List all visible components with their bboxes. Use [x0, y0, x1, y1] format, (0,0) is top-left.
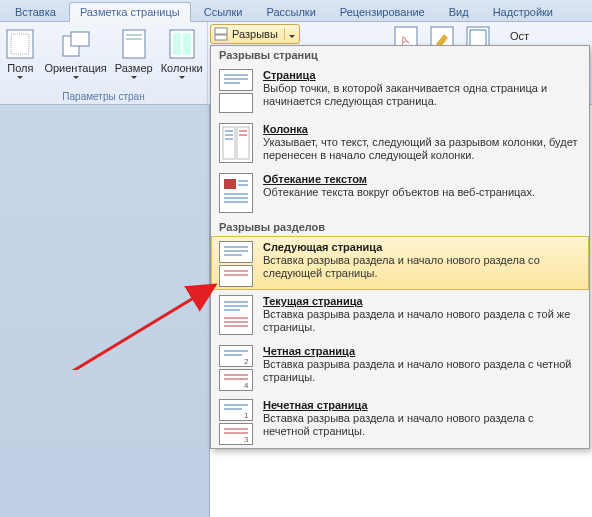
tab-addins[interactable]: Надстройки: [482, 2, 564, 21]
break-page-icon: [219, 69, 253, 113]
margins-label: Поля: [7, 62, 33, 74]
svg-rect-20: [223, 127, 235, 159]
break-oddpage-item[interactable]: 1 3 Нечетная страница Вставка разрыва ра…: [211, 394, 589, 448]
tab-view[interactable]: Вид: [438, 2, 480, 21]
chevron-down-icon: [289, 35, 295, 38]
break-column-desc: Указывает, что текст, следующий за разры…: [263, 136, 581, 162]
break-nextpage-desc: Вставка разрыва раздела и начало нового …: [263, 254, 581, 280]
svg-rect-3: [71, 32, 89, 46]
svg-rect-15: [215, 28, 227, 34]
page-setup-group: Поля Ориентация Размер: [0, 22, 208, 104]
size-label: Размер: [115, 62, 153, 74]
break-column-title: Колонка: [263, 123, 581, 135]
tab-mailings[interactable]: Рассылки: [255, 2, 326, 21]
svg-text:3: 3: [244, 435, 249, 444]
break-textwrap-item[interactable]: Обтекание текстом Обтекание текста вокру…: [211, 168, 589, 218]
break-page-title: Страница: [263, 69, 581, 81]
break-continuous-title: Текущая страница: [263, 295, 581, 307]
size-icon: [118, 28, 150, 60]
section-page-breaks: Разрывы страниц: [211, 46, 589, 64]
break-nextpage-icon: [219, 241, 253, 285]
svg-text:1: 1: [244, 411, 249, 420]
orientation-icon: [60, 28, 92, 60]
indent-label: Ост: [510, 30, 529, 42]
chevron-down-icon: [17, 76, 23, 79]
tab-page-layout[interactable]: Разметка страницы: [69, 2, 191, 22]
svg-text:4: 4: [244, 381, 249, 390]
break-evenpage-item[interactable]: 2 4 Четная страница Вставка разрыва разд…: [211, 340, 589, 394]
break-evenpage-icon: 2 4: [219, 345, 253, 389]
ribbon-tabs: Вставка Разметка страницы Ссылки Рассылк…: [0, 0, 592, 22]
margins-button[interactable]: Поля: [0, 24, 40, 91]
columns-icon: [166, 28, 198, 60]
size-button[interactable]: Размер: [111, 24, 157, 91]
svg-rect-8: [173, 33, 181, 55]
break-oddpage-icon: 1 3: [219, 399, 253, 443]
orientation-button[interactable]: Ориентация: [40, 24, 110, 91]
columns-button[interactable]: Колонки: [157, 24, 207, 91]
columns-label: Колонки: [161, 62, 203, 74]
svg-rect-21: [237, 127, 249, 159]
svg-text:2: 2: [244, 357, 249, 366]
chevron-down-icon: [179, 76, 185, 79]
chevron-down-icon: [73, 76, 79, 79]
svg-rect-16: [215, 35, 227, 40]
break-textwrap-title: Обтекание текстом: [263, 173, 581, 185]
svg-rect-4: [123, 30, 145, 58]
break-continuous-desc: Вставка разрыва раздела и начало нового …: [263, 308, 581, 334]
document-area: [0, 105, 210, 517]
break-textwrap-icon: [219, 173, 253, 213]
svg-rect-27: [224, 179, 236, 189]
breaks-icon: [214, 27, 228, 41]
break-column-item[interactable]: Колонка Указывает, что текст, следующий …: [211, 118, 589, 168]
break-nextpage-title: Следующая страница: [263, 241, 581, 253]
break-evenpage-title: Четная страница: [263, 345, 581, 357]
break-oddpage-desc: Вставка разрыва раздела и начало нового …: [263, 412, 581, 438]
tab-insert[interactable]: Вставка: [4, 2, 67, 21]
break-continuous-item[interactable]: Текущая страница Вставка разрыва раздела…: [211, 290, 589, 340]
chevron-down-icon: [131, 76, 137, 79]
break-continuous-icon: [219, 295, 253, 335]
break-evenpage-desc: Вставка разрыва раздела и начало нового …: [263, 358, 581, 384]
break-column-icon: [219, 123, 253, 163]
section-section-breaks: Разрывы разделов: [211, 218, 589, 236]
orientation-label: Ориентация: [44, 62, 106, 74]
break-page-item[interactable]: Страница Выбор точки, в которой заканчив…: [211, 64, 589, 118]
break-page-desc: Выбор точки, в которой заканчивается одн…: [263, 82, 581, 108]
break-textwrap-desc: Обтекание текста вокруг объектов на веб-…: [263, 186, 581, 199]
break-oddpage-title: Нечетная страница: [263, 399, 581, 411]
break-nextpage-item[interactable]: Следующая страница Вставка разрыва разде…: [211, 236, 589, 290]
tab-review[interactable]: Рецензирование: [329, 2, 436, 21]
breaks-dropdown: Разрывы страниц Страница Выбор точки, в …: [210, 45, 590, 449]
page-setup-group-label: Параметры стран: [4, 91, 203, 104]
svg-rect-9: [183, 33, 191, 55]
breaks-label: Разрывы: [232, 28, 278, 40]
tab-references[interactable]: Ссылки: [193, 2, 254, 21]
margins-icon: [4, 28, 36, 60]
breaks-split-button[interactable]: Разрывы: [210, 24, 300, 44]
